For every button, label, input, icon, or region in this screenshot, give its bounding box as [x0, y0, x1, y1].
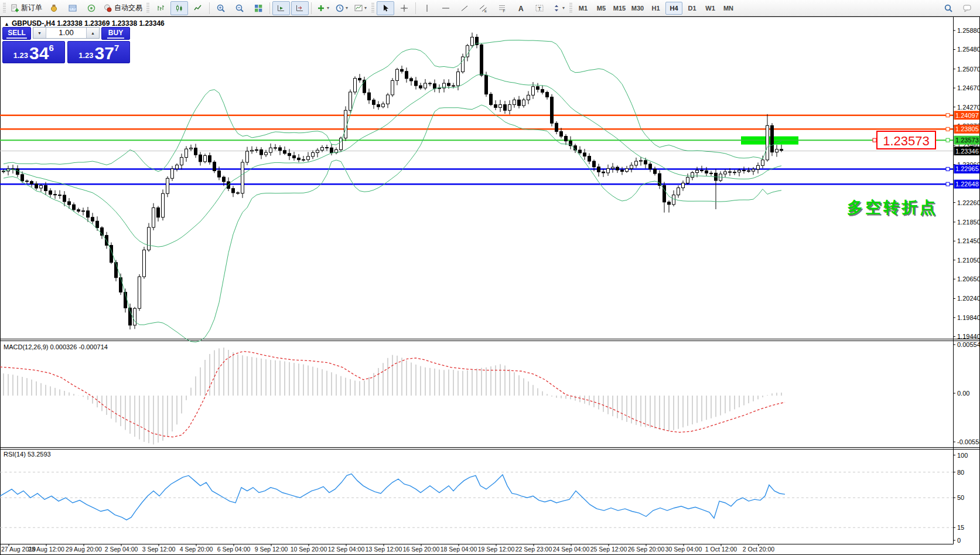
- new-order-label: 新订单: [21, 3, 42, 13]
- svg-text:-0.005583: -0.005583: [957, 438, 980, 445]
- svg-text:1.19840: 1.19840: [957, 314, 980, 321]
- tf-w1-button[interactable]: W1: [702, 2, 719, 15]
- svg-text:1.25480: 1.25480: [957, 46, 980, 53]
- chevron-down-icon[interactable]: ▾: [327, 5, 329, 11]
- fibonacci-tool-button[interactable]: F: [493, 1, 511, 15]
- toolbar-grip[interactable]: [371, 3, 374, 13]
- zoom-in-button[interactable]: [212, 1, 230, 15]
- price-callout[interactable]: 1.23573: [877, 131, 935, 149]
- svg-text:T: T: [538, 5, 541, 11]
- line-handle[interactable]: [946, 127, 950, 131]
- svg-text:1.24670: 1.24670: [957, 84, 980, 91]
- label-tool-button[interactable]: T: [531, 1, 548, 15]
- tile-windows-button[interactable]: [250, 1, 267, 15]
- volume-input[interactable]: 1.00: [46, 28, 86, 38]
- volume-decrease-button[interactable]: ▼: [33, 28, 46, 38]
- svg-text:24 Sep 04:00: 24 Sep 04:00: [553, 546, 590, 553]
- buy-price-big: 37: [95, 44, 114, 63]
- tf-m30-button[interactable]: M30: [629, 2, 646, 15]
- tf-d1-button[interactable]: D1: [684, 2, 701, 15]
- one-click-trading-panel: SELL ▼ 1.00 ▲ BUY 1.23 34 6 1.23 37 7: [2, 27, 130, 64]
- chart-canvas[interactable]: 1.258801.254801.250701.246701.242701.238…: [0, 0, 980, 555]
- svg-text:A: A: [518, 4, 524, 12]
- svg-text:1 Oct 12:00: 1 Oct 12:00: [705, 546, 737, 553]
- vline-tool-button[interactable]: [418, 1, 436, 15]
- toolbar-grip[interactable]: [146, 3, 149, 13]
- text-tool-button[interactable]: A: [512, 1, 530, 15]
- shapes-icon: [552, 4, 561, 13]
- tile-icon: [254, 4, 263, 13]
- sell-price-small: 1.23: [13, 51, 28, 60]
- sell-price-display[interactable]: 1.23 34 6: [2, 41, 65, 63]
- svg-text:12 Sep 04:00: 12 Sep 04:00: [328, 546, 365, 553]
- texta-icon: A: [516, 4, 525, 13]
- svg-text:19 Sep 12:00: 19 Sep 12:00: [478, 546, 515, 553]
- indicators-button[interactable]: ▾: [314, 1, 332, 15]
- line-handle[interactable]: [946, 114, 950, 117]
- channel-tool-button[interactable]: E: [474, 1, 492, 15]
- buy-price-display[interactable]: 1.23 37 7: [67, 41, 130, 63]
- sell-price-big: 34: [29, 44, 49, 63]
- chevron-down-icon[interactable]: ▾: [364, 5, 367, 11]
- svg-text:1.20240: 1.20240: [957, 295, 980, 302]
- chevron-down-icon[interactable]: ▾: [346, 5, 348, 11]
- svg-text:0.00: 0.00: [957, 390, 969, 397]
- tf-h4-button[interactable]: H4: [665, 2, 682, 15]
- line-handle[interactable]: [946, 138, 950, 142]
- zoom-out-button[interactable]: [231, 1, 248, 15]
- buy-price-small: 1.23: [78, 51, 93, 60]
- candle-chart-mode-button[interactable]: [170, 1, 188, 15]
- line-handle[interactable]: [946, 167, 950, 171]
- toolbar-grip[interactable]: [3, 3, 6, 13]
- autotrading-icon: [103, 4, 112, 13]
- bar-chart-mode-button[interactable]: [152, 1, 169, 15]
- rsi-label: RSI(14) 53.2593: [4, 451, 51, 458]
- tf-mn-button[interactable]: MN: [720, 2, 737, 15]
- svg-text:50: 50: [957, 494, 964, 501]
- crosshair-tool-button[interactable]: [395, 1, 413, 15]
- toolbar: 新订单自动交易▾▾▾EFAT▾M1M5M15M30H1H4D1W1MN: [0, 0, 980, 16]
- line-icon: [193, 4, 203, 13]
- svg-text:2 Oct 20:00: 2 Oct 20:00: [743, 546, 774, 553]
- auto-trading-button[interactable]: 自动交易: [101, 1, 144, 15]
- labelt-icon: T: [535, 4, 544, 13]
- toolbar-grip[interactable]: [569, 3, 572, 13]
- volume-stepper: ▼ 1.00 ▲: [33, 27, 100, 39]
- auto-scroll-button[interactable]: [272, 1, 290, 15]
- sell-button-label: SELL: [6, 29, 27, 39]
- svg-text:1.25070: 1.25070: [957, 66, 980, 73]
- marketwatch-icon: [49, 4, 59, 13]
- svg-text:1.21050: 1.21050: [957, 257, 980, 264]
- chart-shift-button[interactable]: [291, 1, 309, 15]
- tf-m15-button[interactable]: M15: [611, 2, 628, 15]
- symbol-ohlc-bar: ▲GBPUSD-,H4 1.23338 1.23369 1.23338 1.23…: [4, 19, 165, 28]
- chat-button[interactable]: [958, 1, 976, 15]
- periods-button[interactable]: ▾: [333, 1, 350, 15]
- trendline-tool-button[interactable]: [456, 1, 473, 15]
- shapes-tool-button[interactable]: ▾: [549, 1, 567, 15]
- buy-button[interactable]: BUY: [101, 27, 130, 40]
- data-window-button[interactable]: [64, 1, 81, 15]
- svg-text:1.23573: 1.23573: [955, 137, 979, 144]
- market-watch-button[interactable]: [45, 1, 63, 15]
- new-order-button[interactable]: 新订单: [8, 1, 44, 15]
- search-button[interactable]: [940, 1, 957, 15]
- sell-button[interactable]: SELL: [2, 27, 31, 40]
- svg-text:6 Sep 04:00: 6 Sep 04:00: [217, 546, 251, 553]
- line-chart-mode-button[interactable]: [189, 1, 207, 15]
- cursor-tool-button[interactable]: [377, 1, 394, 15]
- chevron-down-icon[interactable]: ▾: [562, 5, 565, 11]
- tf-m5-button[interactable]: M5: [593, 2, 610, 15]
- autoscroll-icon: [276, 4, 286, 13]
- svg-text:1.21450: 1.21450: [957, 237, 980, 244]
- tf-h1-button[interactable]: H1: [647, 2, 664, 15]
- templates-button[interactable]: ▾: [351, 1, 369, 15]
- signals-button[interactable]: [83, 1, 100, 15]
- annotation-text[interactable]: 多空转折点: [847, 199, 938, 216]
- volume-increase-button[interactable]: ▲: [86, 28, 99, 38]
- collapse-icon[interactable]: ▲: [4, 21, 9, 27]
- tf-m1-button[interactable]: M1: [575, 2, 592, 15]
- sell-price-pip: 6: [49, 43, 53, 53]
- line-handle[interactable]: [946, 182, 950, 186]
- hline-tool-button[interactable]: [437, 1, 455, 15]
